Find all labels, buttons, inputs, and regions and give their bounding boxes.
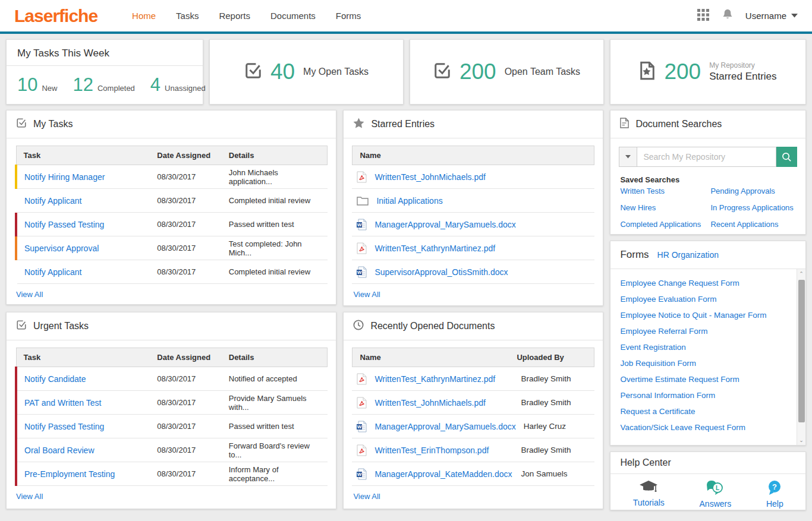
user-menu[interactable]: Username xyxy=(745,11,798,21)
document-link[interactable]: ManagerApproval_MarySamuels.docx xyxy=(374,422,515,431)
document-link[interactable]: WrittenTest_JohnMichaels.pdf xyxy=(374,398,486,408)
entry-link[interactable]: SupervisorApproval_OtisSmith.docx xyxy=(374,267,508,277)
app-header: Laserfiche Home Tasks Reports Documents … xyxy=(0,0,812,34)
task-link[interactable]: PAT and Written Test xyxy=(24,398,101,408)
list-item: WrittenTest_KathrynMartinez.pdf xyxy=(352,236,594,260)
word-file-icon: W xyxy=(357,421,367,432)
task-link[interactable]: Pre-Employment Testing xyxy=(24,469,115,479)
task-link[interactable]: Notify Candidate xyxy=(24,374,86,384)
search-input[interactable] xyxy=(637,147,776,167)
task-link[interactable]: Notify Applicant xyxy=(24,196,82,206)
uploaded-by-cell: Bradley Smith xyxy=(521,374,591,383)
entry-link[interactable]: WrittenTest_KathrynMartinez.pdf xyxy=(374,244,495,253)
document-link[interactable]: ManagerApproval_KateMadden.docx xyxy=(374,469,512,479)
help-link[interactable]: Help xyxy=(766,499,783,509)
scrollbar-thumb[interactable] xyxy=(798,280,805,422)
panel-title: Document Searches xyxy=(635,119,722,130)
task-link[interactable]: Notify Hiring Manager xyxy=(24,172,105,182)
col-details: Details xyxy=(222,146,328,165)
view-all-link[interactable]: View All xyxy=(353,492,380,501)
app-grid-icon[interactable] xyxy=(697,8,710,24)
entry-link[interactable]: WrittenTest_JohnMichaels.pdf xyxy=(374,172,486,182)
form-link[interactable]: Job Requisition Form xyxy=(620,359,696,368)
col-details: Details xyxy=(222,348,328,367)
col-date-assigned: Date Assigned xyxy=(150,348,221,367)
nav-home[interactable]: Home xyxy=(132,11,156,21)
list-item: W ManagerApproval_KateMadden.docx Jon Sa… xyxy=(352,462,594,486)
list-item: W ManagerApproval_MarySamuels.docx xyxy=(352,213,594,236)
pdf-file-icon xyxy=(357,242,367,254)
unassigned-label: Unassigned xyxy=(165,84,206,93)
view-all-link[interactable]: View All xyxy=(16,290,43,299)
table-row: Oral Board Review 08/30/2017 Forward Boa… xyxy=(16,438,328,462)
nav-tasks[interactable]: Tasks xyxy=(176,11,199,21)
form-link[interactable]: Employee Evaluation Form xyxy=(620,295,716,304)
pdf-file-icon xyxy=(357,397,367,409)
details-cell: Passed written test xyxy=(222,213,328,236)
saved-searches-heading: Saved Searches xyxy=(620,175,796,184)
document-link[interactable]: WrittenTest_KathrynMartinez.pdf xyxy=(374,374,495,384)
entry-link[interactable]: Initial Applications xyxy=(376,196,442,206)
details-cell: Notified of accepted xyxy=(222,367,328,391)
help-item-tutorials[interactable]: Tutorials xyxy=(633,480,665,509)
task-link[interactable]: Notify Applicant xyxy=(24,267,82,277)
task-check-icon xyxy=(433,62,451,82)
form-link[interactable]: Personal Information Form xyxy=(620,391,715,400)
task-link[interactable]: Notify Passed Testing xyxy=(24,220,104,229)
help-item-answers[interactable]: L Answers xyxy=(700,480,732,509)
form-link[interactable]: Overtime Estimate Request Form xyxy=(620,375,739,384)
saved-search-link[interactable]: In Progress Applications xyxy=(710,203,796,212)
task-check-icon xyxy=(16,320,27,333)
document-link[interactable]: WrittenTest_ErinThompson.pdf xyxy=(374,446,489,455)
form-link[interactable]: Employee Referral Form xyxy=(620,327,707,336)
saved-search-link[interactable]: Pending Approvals xyxy=(710,187,796,195)
uploaded-by-cell: Bradley Smith xyxy=(521,446,591,454)
answers-link[interactable]: Answers xyxy=(700,499,732,509)
form-link[interactable]: Vacation/Sick Leave Request Form xyxy=(620,423,745,432)
search-scope-dropdown[interactable] xyxy=(619,147,637,167)
details-cell: Completed initial review xyxy=(222,260,328,284)
list-item: WrittenTest_KathrynMartinez.pdf Bradley … xyxy=(352,367,594,391)
team-tasks-label: Open Team Tasks xyxy=(505,67,580,77)
help-item-help[interactable]: ? Help xyxy=(766,480,783,509)
svg-text:W: W xyxy=(357,424,362,430)
task-link[interactable]: Oral Board Review xyxy=(24,446,95,455)
form-link[interactable]: Employee Change Request Form xyxy=(620,279,739,288)
saved-search-link[interactable]: Completed Applications xyxy=(620,220,710,229)
forms-scrollbar[interactable]: ⌃ ⌄ xyxy=(797,269,805,445)
form-link[interactable]: Employee Notice to Quit - Manager Form xyxy=(620,311,766,320)
view-all-link[interactable]: View All xyxy=(353,290,380,299)
view-all-link[interactable]: View All xyxy=(16,492,43,501)
answers-chat-icon: L xyxy=(706,480,725,495)
main-nav: Home Tasks Reports Documents Forms xyxy=(132,11,361,21)
col-name: Name xyxy=(360,353,380,362)
task-link[interactable]: Supervisor Approval xyxy=(24,244,99,253)
scroll-up-arrow[interactable]: ⌃ xyxy=(797,269,805,279)
tutorials-link[interactable]: Tutorials xyxy=(633,498,665,507)
saved-search-link[interactable]: New Hires xyxy=(620,203,710,212)
chevron-down-icon xyxy=(625,155,631,159)
nav-reports[interactable]: Reports xyxy=(219,11,250,21)
task-link[interactable]: Notify Passed Testing xyxy=(24,422,104,431)
entry-link[interactable]: ManagerApproval_MarySamuels.docx xyxy=(374,220,515,229)
saved-search-link[interactable]: Recent Applications xyxy=(710,220,796,229)
list-item: W ManagerApproval_MarySamuels.docx Harle… xyxy=(352,415,594,438)
notification-bell-icon[interactable] xyxy=(722,8,734,24)
document-star-icon xyxy=(639,61,656,83)
form-link[interactable]: Event Registration xyxy=(620,343,685,352)
search-button[interactable] xyxy=(776,147,797,167)
form-link[interactable]: Request a Certificate xyxy=(620,407,695,416)
word-file-icon: W xyxy=(357,266,367,278)
scroll-down-arrow[interactable]: ⌄ xyxy=(797,435,805,445)
nav-documents[interactable]: Documents xyxy=(270,11,316,21)
panel-title: Starred Entries xyxy=(371,119,435,130)
hr-organization-link[interactable]: HR Organization xyxy=(657,250,719,260)
folder-icon xyxy=(357,195,369,206)
nav-forms[interactable]: Forms xyxy=(336,11,361,21)
saved-search-link[interactable]: Written Tests xyxy=(620,187,710,195)
word-file-icon: W xyxy=(357,468,367,480)
pdf-file-icon xyxy=(357,444,367,456)
pdf-file-icon xyxy=(357,171,367,183)
table-row: Notify Candidate 08/30/2017 Notified of … xyxy=(16,367,328,391)
document-icon xyxy=(620,118,629,131)
